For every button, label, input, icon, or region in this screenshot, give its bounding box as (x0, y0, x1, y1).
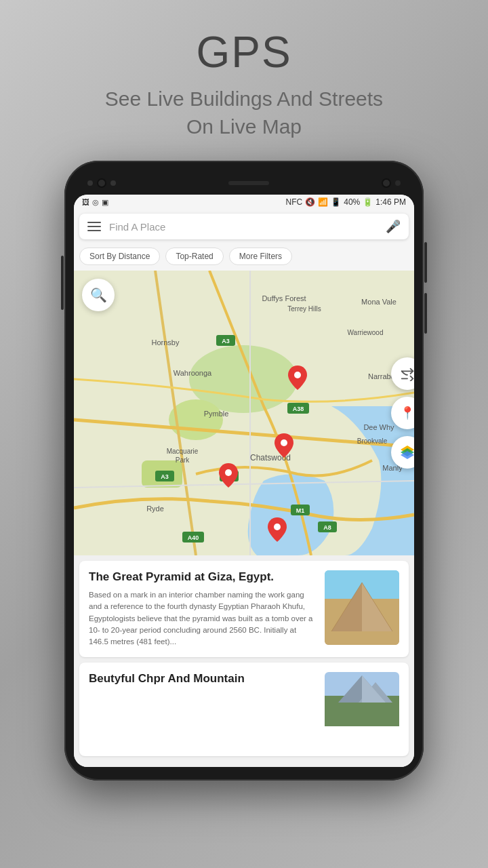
front-camera (97, 178, 106, 188)
result-card-2[interactable]: Beutyful Chpr And Mountain (79, 663, 409, 756)
power-button[interactable] (61, 256, 64, 310)
svg-text:Ryde: Ryde (146, 505, 164, 513)
search-fab[interactable]: 🔍 (82, 279, 115, 311)
status-left-icons: 🖼 ◎ ▣ (82, 198, 108, 207)
svg-text:Brookvale: Brookvale (357, 437, 388, 445)
svg-text:A40: A40 (188, 534, 199, 541)
svg-text:Wahroonga: Wahroonga (174, 369, 212, 377)
phone-top-bar (74, 174, 414, 195)
mountain-svg (325, 672, 399, 726)
svg-point-40 (281, 439, 287, 446)
svg-text:A8: A8 (323, 524, 331, 531)
sort-by-distance-button[interactable]: Sort By Distance (79, 248, 160, 265)
status-right-info: NFC 🔇 📶 📱 40% 🔋 1:46 PM (286, 197, 406, 207)
svg-text:A3: A3 (161, 473, 169, 480)
result-text-2: Beutyful Chpr And Mountain (89, 672, 317, 747)
svg-text:Mona Vale: Mona Vale (361, 298, 396, 306)
shuffle-icon (400, 366, 414, 381)
shuffle-fab[interactable] (391, 357, 414, 390)
battery-icon: 🔋 (363, 197, 373, 207)
search-fab-icon: 🔍 (90, 287, 107, 303)
result-text: The Great Pyramid at Giza, Egypt. Based … (89, 570, 317, 648)
filter-row: Sort By Distance Top-Rated More Filters (74, 243, 414, 271)
battery-percent: 40% (344, 197, 360, 207)
map-svg: A3 A38 M2 M1 A3 A8 A40 Duffys Forest Ter… (74, 271, 414, 555)
map-view[interactable]: A3 A38 M2 M1 A3 A8 A40 Duffys Forest Ter… (74, 271, 414, 555)
result-card[interactable]: The Great Pyramid at Giza, Egypt. Based … (79, 561, 409, 657)
hamburger-line3 (87, 230, 101, 231)
vol-up-button[interactable] (424, 242, 427, 283)
vol-down-button[interactable] (424, 293, 427, 334)
time-display: 1:46 PM (375, 197, 406, 207)
nfc-icon: ◎ (92, 198, 99, 207)
svg-text:M1: M1 (296, 507, 305, 514)
pyramid-image (325, 570, 399, 645)
phone-frame: 🖼 ◎ ▣ NFC 🔇 📶 📱 40% 🔋 1:46 PM (64, 161, 424, 781)
wifi-icon: 📶 (318, 197, 328, 207)
result-title-2: Beutyful Chpr And Mountain (89, 672, 317, 686)
speaker (228, 181, 269, 185)
svg-text:A38: A38 (293, 406, 304, 412)
result-title: The Great Pyramid at Giza, Egypt. (89, 570, 317, 584)
results-list: The Great Pyramid at Giza, Egypt. Based … (74, 555, 414, 767)
phone-screen: 🖼 ◎ ▣ NFC 🔇 📶 📱 40% 🔋 1:46 PM (74, 195, 414, 767)
more-filters-button[interactable]: More Filters (229, 248, 292, 265)
page-title: GPS (105, 27, 383, 77)
location-fab[interactable]: 📍 (391, 397, 414, 429)
status-bar: 🖼 ◎ ▣ NFC 🔇 📶 📱 40% 🔋 1:46 PM (74, 195, 414, 210)
signal-icon: 📱 (331, 197, 341, 207)
svg-text:Duffys Forest: Duffys Forest (262, 294, 306, 302)
sensor (395, 180, 401, 186)
camera-lens (382, 178, 391, 188)
side-fabs: 📍 (391, 357, 414, 469)
nfc-label: NFC (286, 197, 303, 207)
search-placeholder[interactable]: Find A Place (109, 221, 386, 233)
layers-fab[interactable] (391, 436, 414, 469)
svg-point-38 (294, 372, 301, 378)
svg-text:Macquarie: Macquarie (167, 448, 199, 455)
notification-icon: 🖼 (82, 198, 89, 206)
hamburger-line2 (87, 226, 101, 227)
mic-icon[interactable]: 🎤 (386, 219, 401, 234)
svg-text:Terrey Hills: Terrey Hills (287, 305, 321, 313)
layers-icon (399, 444, 414, 460)
svg-text:Dee Why: Dee Why (363, 423, 394, 431)
top-rated-button[interactable]: Top-Rated (165, 248, 223, 265)
result-image (325, 570, 399, 645)
mute-icon: 🔇 (305, 197, 315, 207)
hamburger-line1 (87, 222, 101, 223)
search-bar[interactable]: Find A Place 🎤 (79, 214, 409, 239)
svg-text:Hornsby: Hornsby (152, 338, 180, 347)
svg-text:Pymble: Pymble (204, 410, 229, 418)
dot-indicator2 (110, 180, 116, 186)
svg-point-44 (274, 524, 281, 530)
hamburger-menu[interactable] (87, 222, 101, 231)
page-subtitle: See Live Buildings And StreetsOn Live Ma… (105, 85, 383, 140)
svg-point-42 (225, 469, 232, 476)
scan-icon: ▣ (102, 198, 108, 207)
pyramid-svg (325, 570, 399, 645)
svg-text:A3: A3 (222, 338, 230, 344)
svg-text:Park: Park (176, 456, 190, 464)
dot-indicator (87, 180, 93, 186)
result-description: Based on a mark in an interior chamber n… (89, 589, 317, 648)
svg-text:Warriewood: Warriewood (348, 329, 384, 336)
result-image-2 (325, 672, 399, 747)
